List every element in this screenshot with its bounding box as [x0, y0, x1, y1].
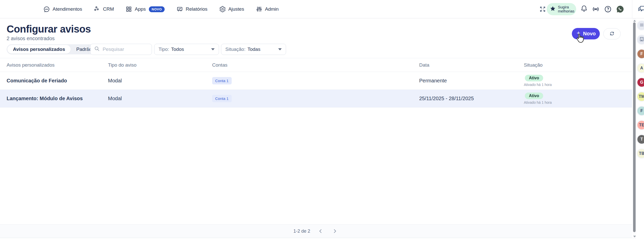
status-badge: Ativo — [525, 93, 543, 99]
pagination-next-button[interactable] — [331, 227, 339, 235]
top-navbar: Atendimentos CRM Apps NOVO — [0, 0, 644, 18]
status-filter-select[interactable]: Situação: Todas — [221, 44, 286, 55]
nav-label: CRM — [103, 6, 114, 12]
suggest-improvements-button[interactable]: Sugira melhorias — [547, 3, 576, 15]
avatar[interactable]: T — [637, 134, 644, 144]
column-header-contas: Contas — [212, 62, 419, 68]
chat-bubble-icon — [43, 6, 50, 13]
pagination-range: 1-2 de 2 — [293, 229, 310, 234]
column-header-tipo: Tipo do aviso — [108, 62, 212, 68]
pagination-prev-button[interactable] — [317, 227, 324, 235]
tab-avisos-personalizados[interactable]: Avisos personalizados — [7, 45, 71, 54]
grid-icon — [125, 6, 132, 12]
account-chip: Conta 1 — [212, 77, 232, 84]
nav-label: Ajustes — [228, 6, 244, 12]
conversations-icon[interactable] — [638, 0, 644, 18]
search-icon — [94, 46, 100, 53]
star-icon — [550, 6, 556, 13]
avatar[interactable]: TM — [637, 92, 644, 102]
app-window: Atendimentos CRM Apps NOVO — [0, 0, 644, 239]
sidebar-company-button[interactable] — [637, 35, 644, 45]
accounts-sidebar: F A G TM F TE T TB — [636, 18, 644, 239]
chevron-down-icon — [211, 48, 215, 50]
nav-item-atendimentos[interactable]: Atendimentos — [43, 6, 82, 13]
vertical-scrollbar[interactable] — [633, 18, 636, 239]
main-content: Configurar avisos 2 avisos encontrados N… — [0, 18, 632, 239]
status-badge: Ativo — [525, 75, 543, 81]
hamburger-icon — [639, 22, 644, 28]
scroll-up-arrow[interactable] — [633, 20, 636, 22]
nav-label: Apps — [135, 6, 146, 12]
nav-label: Admin — [265, 6, 279, 12]
fullscreen-button[interactable] — [539, 0, 546, 18]
account-chip: Conta 1 — [212, 95, 232, 102]
table-header-row: Avisos personalizados Tipo do aviso Cont… — [0, 58, 632, 72]
type-filter-select[interactable]: Tipo: Todos — [154, 44, 219, 55]
nav-item-admin[interactable]: Admin — [256, 6, 279, 12]
avatar[interactable]: G — [637, 77, 644, 87]
avatar[interactable]: A — [637, 63, 644, 73]
column-header-data: Data — [419, 62, 524, 68]
filter-divider — [88, 45, 88, 54]
pagination-bar: 1-2 de 2 — [0, 224, 632, 238]
novo-badge: NOVO — [149, 6, 165, 12]
column-header-situacao: Situação — [524, 62, 632, 68]
status-detail: Ativado há 1 hora — [524, 100, 552, 104]
avatar[interactable]: F — [637, 49, 644, 59]
nav-label: Atendimentos — [53, 6, 82, 12]
presentation-chart-icon — [176, 6, 183, 13]
search-input[interactable] — [103, 47, 148, 52]
gear-icon — [219, 6, 226, 12]
navbar-divider — [632, 0, 632, 18]
sidebar-menu-button[interactable] — [637, 20, 644, 31]
column-header-avisos: Avisos personalizados — [7, 62, 108, 68]
new-notice-button[interactable]: Novo — [572, 28, 600, 39]
scroll-down-arrow[interactable] — [633, 236, 636, 237]
avatar[interactable]: F — [637, 106, 644, 116]
sliders-icon — [256, 6, 262, 12]
suggest-improvements-label: Sugira melhorias — [558, 5, 574, 13]
refresh-button[interactable] — [603, 28, 621, 39]
table-row[interactable]: Comunicação de Feriado Modal Conta 1 Per… — [0, 72, 632, 90]
table-row[interactable]: Lançamento: Módulo de Avisos Modal Conta… — [0, 90, 632, 108]
search-box — [90, 44, 152, 55]
nav-label: Relatórios — [186, 6, 208, 12]
avatar[interactable]: TE — [637, 120, 644, 130]
broadcast-icon[interactable] — [592, 0, 600, 18]
whatsapp-icon[interactable] — [616, 0, 624, 18]
plus-icon — [576, 31, 581, 37]
notifications-button[interactable]: 9 — [580, 0, 644, 18]
status-detail: Ativado há 1 hora — [524, 83, 552, 87]
building-icon — [639, 37, 644, 43]
nav-item-relatorios[interactable]: Relatórios — [176, 6, 208, 13]
nav-item-ajustes[interactable]: Ajustes — [219, 6, 244, 12]
bell-icon — [580, 5, 588, 13]
nodes-icon — [94, 6, 100, 12]
refresh-icon — [609, 30, 615, 38]
nav-item-crm[interactable]: CRM — [94, 6, 114, 12]
nav-item-apps[interactable]: Apps NOVO — [125, 6, 165, 12]
chevron-down-icon — [278, 48, 282, 50]
result-count: 2 avisos encontrados — [7, 36, 55, 41]
scrollbar-thumb[interactable] — [633, 22, 636, 232]
notices-table: Avisos personalizados Tipo do aviso Cont… — [0, 58, 632, 108]
avatar[interactable]: TB — [637, 148, 644, 159]
page-title: Configurar avisos — [7, 23, 91, 35]
help-button[interactable] — [604, 0, 612, 18]
